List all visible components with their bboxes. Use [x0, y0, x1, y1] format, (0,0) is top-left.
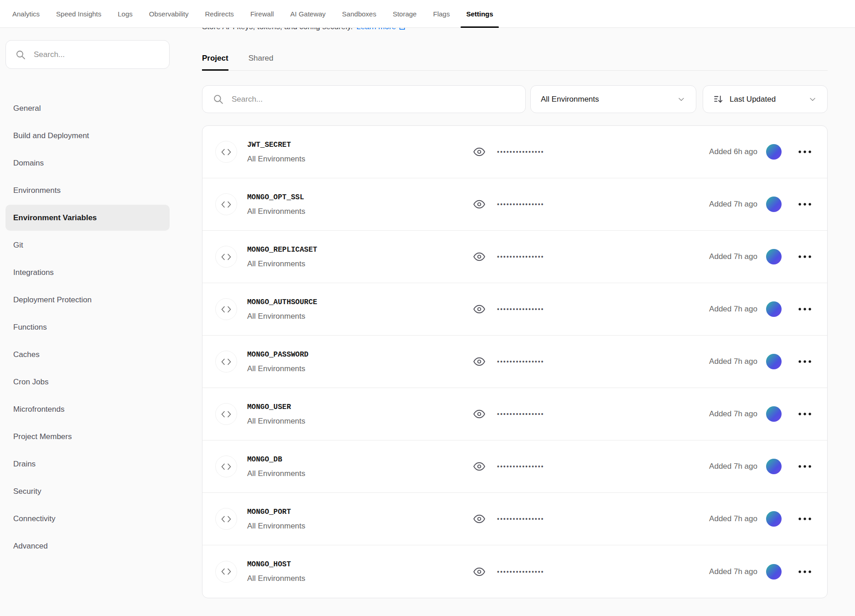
eye-icon	[472, 565, 486, 579]
avatar	[766, 406, 782, 422]
masked-value: •••••••••••••••	[497, 463, 544, 470]
row-menu-button[interactable]	[795, 462, 814, 471]
sidebar-item-general[interactable]: General	[5, 95, 170, 121]
added-time: Added 7h ago	[709, 357, 757, 366]
sidebar-item-security[interactable]: Security	[5, 478, 170, 504]
tab-shared[interactable]: Shared	[249, 54, 274, 70]
filters-row: All Environments Last Updated	[202, 85, 828, 113]
row-menu-button[interactable]	[795, 514, 814, 523]
masked-value: •••••••••••••••	[497, 148, 544, 155]
row-menu-button[interactable]	[795, 147, 814, 156]
env-var-scope: All Environments	[247, 469, 306, 479]
eye-icon	[472, 197, 486, 211]
env-var-meta: Added 7h ago	[709, 354, 814, 369]
nav-tab-redirects[interactable]: Redirects	[199, 0, 240, 27]
sidebar-item-integrations[interactable]: Integrations	[5, 259, 170, 285]
sidebar-item-deployment-protection[interactable]: Deployment Protection	[5, 287, 170, 313]
variables-search-box[interactable]	[202, 85, 526, 113]
masked-value: •••••••••••••••	[497, 253, 544, 260]
reveal-value-button[interactable]	[472, 355, 486, 368]
eye-icon	[472, 460, 486, 473]
reveal-value-button[interactable]	[472, 145, 486, 159]
nav-tab-analytics[interactable]: Analytics	[6, 0, 46, 27]
sidebar-item-connectivity[interactable]: Connectivity	[5, 506, 170, 532]
masked-value: •••••••••••••••	[497, 201, 544, 208]
row-menu-button[interactable]	[795, 357, 814, 366]
env-var-labels: JWT_SECRETAll Environments	[247, 140, 306, 164]
sidebar-item-microfrontends[interactable]: Microfrontends	[5, 396, 170, 422]
env-var-labels: MONGO_REPLICASETAll Environments	[247, 245, 317, 269]
top-nav: AnalyticsSpeed InsightsLogsObservability…	[0, 0, 855, 28]
row-menu-button[interactable]	[795, 252, 814, 261]
sidebar-item-environment-variables[interactable]: Environment Variables	[5, 205, 170, 231]
env-var-meta: Added 7h ago	[709, 249, 814, 264]
sidebar-item-build-and-deployment[interactable]: Build and Deployment	[5, 123, 170, 149]
sort-select[interactable]: Last Updated	[703, 85, 828, 113]
reveal-value-button[interactable]	[472, 302, 486, 316]
env-var-value: •••••••••••••••	[472, 302, 709, 316]
row-menu-button[interactable]	[795, 305, 814, 314]
nav-tab-settings[interactable]: Settings	[460, 0, 499, 27]
env-vars-list: JWT_SECRETAll Environments••••••••••••••…	[202, 125, 828, 598]
nav-tab-observability[interactable]: Observability	[143, 0, 195, 27]
nav-tab-sandboxes[interactable]: Sandboxes	[336, 0, 383, 27]
env-var-scope: All Environments	[247, 416, 306, 426]
reveal-value-button[interactable]	[472, 565, 486, 579]
sidebar-item-advanced[interactable]: Advanced	[5, 533, 170, 559]
env-var-name: MONGO_OPT_SSL	[247, 192, 306, 202]
env-var-info: MONGO_PASSWORDAll Environments	[215, 350, 472, 374]
ellipsis-icon	[798, 517, 812, 521]
ellipsis-icon	[798, 307, 812, 311]
sort-value: Last Updated	[730, 95, 776, 104]
variables-search-input[interactable]	[231, 94, 515, 104]
avatar	[766, 301, 782, 317]
settings-layout: GeneralBuild and DeploymentDomainsEnviro…	[0, 28, 855, 616]
sidebar-search-box[interactable]	[5, 40, 170, 69]
eye-icon	[472, 407, 486, 421]
environment-filter-select[interactable]: All Environments	[530, 85, 696, 113]
env-var-row: MONGO_AUTHSOURCEAll Environments••••••••…	[202, 283, 827, 336]
env-var-name: MONGO_PORT	[247, 507, 306, 517]
sidebar-search-input[interactable]	[33, 50, 160, 60]
avatar	[766, 564, 782, 580]
sidebar-item-cron-jobs[interactable]: Cron Jobs	[5, 369, 170, 395]
nav-tab-ai-gateway[interactable]: AI Gateway	[284, 0, 332, 27]
row-menu-button[interactable]	[795, 567, 814, 576]
ellipsis-icon	[798, 255, 812, 259]
reveal-value-button[interactable]	[472, 512, 486, 526]
code-icon	[215, 456, 237, 477]
row-menu-button[interactable]	[795, 200, 814, 209]
code-icon	[215, 508, 237, 530]
sidebar-item-project-members[interactable]: Project Members	[5, 424, 170, 450]
env-var-value: •••••••••••••••	[472, 512, 709, 526]
reveal-value-button[interactable]	[472, 407, 486, 421]
ellipsis-icon	[798, 360, 812, 363]
env-var-row: MONGO_REPLICASETAll Environments••••••••…	[202, 231, 827, 283]
added-time: Added 7h ago	[709, 252, 757, 261]
sidebar-item-caches[interactable]: Caches	[5, 342, 170, 368]
nav-tab-firewall[interactable]: Firewall	[244, 0, 280, 27]
env-var-name: MONGO_HOST	[247, 559, 306, 569]
masked-value: •••••••••••••••	[497, 358, 544, 365]
reveal-value-button[interactable]	[472, 250, 486, 264]
nav-tab-flags[interactable]: Flags	[427, 0, 456, 27]
added-time: Added 7h ago	[709, 462, 757, 471]
env-var-value: •••••••••••••••	[472, 355, 709, 368]
tab-project[interactable]: Project	[202, 54, 228, 70]
chevron-down-icon	[808, 95, 817, 104]
nav-tab-speed-insights[interactable]: Speed Insights	[50, 0, 108, 27]
sidebar-item-domains[interactable]: Domains	[5, 150, 170, 176]
env-var-info: MONGO_REPLICASETAll Environments	[215, 245, 472, 269]
sidebar-item-drains[interactable]: Drains	[5, 451, 170, 477]
sidebar-item-git[interactable]: Git	[5, 232, 170, 258]
env-var-info: MONGO_USERAll Environments	[215, 402, 472, 426]
reveal-value-button[interactable]	[472, 460, 486, 473]
nav-tab-logs[interactable]: Logs	[111, 0, 139, 27]
reveal-value-button[interactable]	[472, 197, 486, 211]
sidebar-item-functions[interactable]: Functions	[5, 314, 170, 340]
sidebar-item-environments[interactable]: Environments	[5, 177, 170, 203]
nav-tab-storage[interactable]: Storage	[386, 0, 423, 27]
row-menu-button[interactable]	[795, 409, 814, 419]
env-var-row: MONGO_PASSWORDAll Environments••••••••••…	[202, 336, 827, 388]
environment-filter-value: All Environments	[541, 95, 599, 104]
